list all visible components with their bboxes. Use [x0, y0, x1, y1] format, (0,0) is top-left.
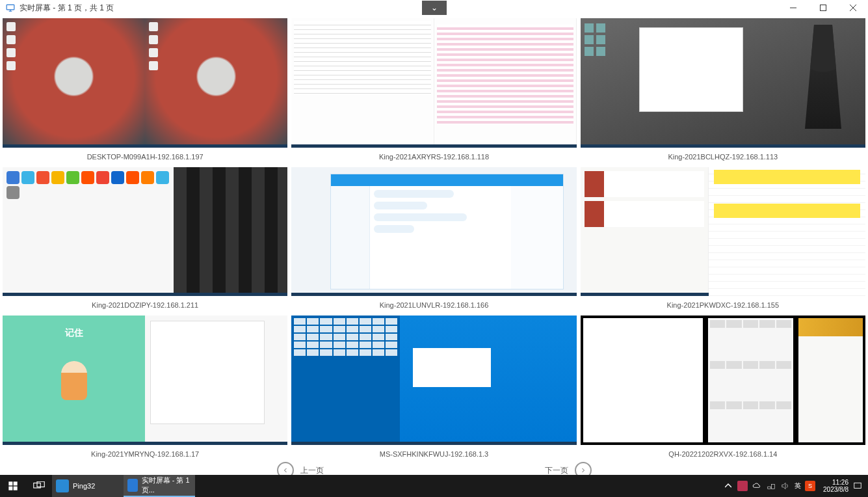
- svg-rect-11: [768, 487, 771, 489]
- prev-page-label: 上一页: [300, 465, 324, 476]
- screen-label: King-2021AXRYRS-192.168.1.118: [291, 153, 576, 163]
- screen-cell[interactable]: King-2021AXRYRS-192.168.1.118: [291, 18, 576, 163]
- svg-rect-7: [8, 487, 12, 490]
- time-text: 11:26: [823, 479, 848, 486]
- screen-thumbnail[interactable]: [291, 167, 576, 297]
- cloud-icon[interactable]: [752, 481, 762, 491]
- svg-rect-8: [14, 487, 18, 490]
- date-text: 2023/8/8: [823, 486, 848, 493]
- system-tray: 英 S 11:26 2023/8/8: [723, 479, 868, 493]
- next-page-label: 下一页: [545, 465, 568, 476]
- notifications-icon[interactable]: [852, 481, 863, 491]
- prev-page-button[interactable]: 上一页: [277, 462, 324, 475]
- title-bar: 实时屏幕 - 第 1 页，共 1 页 ⌄: [0, 0, 868, 16]
- next-page-button[interactable]: 下一页: [545, 462, 592, 475]
- screen-label: QH-20221202RXVX-192.168.1.14: [581, 450, 865, 461]
- screen-cell[interactable]: King-2021LUNVLR-192.168.1.166: [291, 167, 576, 312]
- overlay-text: 记住: [65, 327, 83, 339]
- svg-rect-2: [821, 5, 826, 11]
- screen-label: King-2021YMRYNQ-192.168.1.17: [3, 450, 287, 461]
- taskbar-app-realtime[interactable]: 实时屏幕 - 第 1 页...: [124, 475, 195, 497]
- screen-cell[interactable]: King-2021DOZIPY-192.168.1.211: [3, 167, 287, 312]
- ping32-icon: [56, 479, 69, 492]
- arrow-left-icon: [277, 462, 294, 475]
- screen-thumbnail[interactable]: [581, 316, 865, 445]
- screen-cell[interactable]: DESKTOP-M099A1H-192.168.1.197: [3, 18, 287, 163]
- network-icon[interactable]: [766, 481, 776, 491]
- screen-label: DESKTOP-M099A1H-192.168.1.197: [3, 153, 287, 163]
- screen-label: King-2021LUNVLR-192.168.1.166: [291, 301, 576, 312]
- screen-cell[interactable]: QH-20221202RXVX-192.168.1.14: [581, 316, 865, 461]
- volume-icon[interactable]: [780, 481, 791, 491]
- tray-app-icon[interactable]: [737, 481, 748, 491]
- screen-label: King-2021DOZIPY-192.168.1.211: [3, 301, 287, 312]
- close-button[interactable]: [838, 0, 868, 16]
- task-view-button[interactable]: [26, 475, 52, 497]
- screen-thumbnail[interactable]: [3, 18, 287, 148]
- svg-rect-12: [772, 485, 775, 489]
- screen-cell[interactable]: 记住 King-2021YMRYNQ-192.168.1.17: [3, 316, 287, 461]
- taskbar-app-ping32[interactable]: Ping32: [52, 475, 124, 497]
- maximize-button[interactable]: [808, 0, 838, 16]
- screen-cell[interactable]: King-2021PKWDXC-192.168.1.155: [581, 167, 865, 312]
- screen-thumbnail[interactable]: 记住: [3, 316, 287, 445]
- taskbar-app-label: 实时屏幕 - 第 1 页...: [142, 476, 191, 495]
- screen-thumbnail[interactable]: [3, 167, 287, 297]
- arrow-right-icon: [575, 462, 592, 475]
- taskbar-app-label: Ping32: [73, 482, 95, 490]
- screen-label: King-2021BCLHQZ-192.168.1.113: [581, 153, 865, 163]
- content-area: DESKTOP-M099A1H-192.168.1.197 King-2021A…: [0, 16, 868, 475]
- clock[interactable]: 11:26 2023/8/8: [819, 479, 848, 493]
- taskbar: Ping32 实时屏幕 - 第 1 页... 英 S 11:26 2023/8/…: [0, 475, 868, 497]
- ime-indicator[interactable]: 英: [795, 481, 801, 490]
- svg-rect-5: [8, 481, 12, 485]
- screen-thumbnail[interactable]: [581, 167, 865, 297]
- screen-cell[interactable]: MS-SXFHKINKFWUJ-192.168.1.3: [291, 316, 576, 461]
- monitor-icon: [4, 1, 17, 14]
- chevron-down-icon: ⌄: [431, 3, 438, 12]
- monitor-icon: [127, 479, 138, 492]
- start-button[interactable]: [0, 475, 26, 497]
- window-title: 实时屏幕 - 第 1 页，共 1 页: [20, 3, 114, 14]
- tray-expand-icon[interactable]: [723, 481, 733, 491]
- screen-thumbnail[interactable]: [291, 316, 576, 445]
- svg-rect-6: [14, 481, 18, 485]
- svg-rect-0: [7, 5, 14, 10]
- minimize-button[interactable]: [778, 0, 808, 16]
- screen-label: MS-SXFHKINKFWUJ-192.168.1.3: [291, 450, 576, 461]
- title-dropdown-button[interactable]: ⌄: [422, 1, 447, 15]
- screen-label: King-2021PKWDXC-192.168.1.155: [581, 301, 865, 312]
- screen-thumbnail[interactable]: [291, 18, 576, 148]
- sogou-ime-icon[interactable]: S: [805, 481, 815, 491]
- screen-thumbnail[interactable]: [581, 18, 865, 148]
- pager: 上一页 下一页: [3, 462, 865, 475]
- screen-grid: DESKTOP-M099A1H-192.168.1.197 King-2021A…: [3, 18, 865, 461]
- screen-cell[interactable]: King-2021BCLHQZ-192.168.1.113: [581, 18, 865, 163]
- svg-rect-13: [854, 483, 861, 488]
